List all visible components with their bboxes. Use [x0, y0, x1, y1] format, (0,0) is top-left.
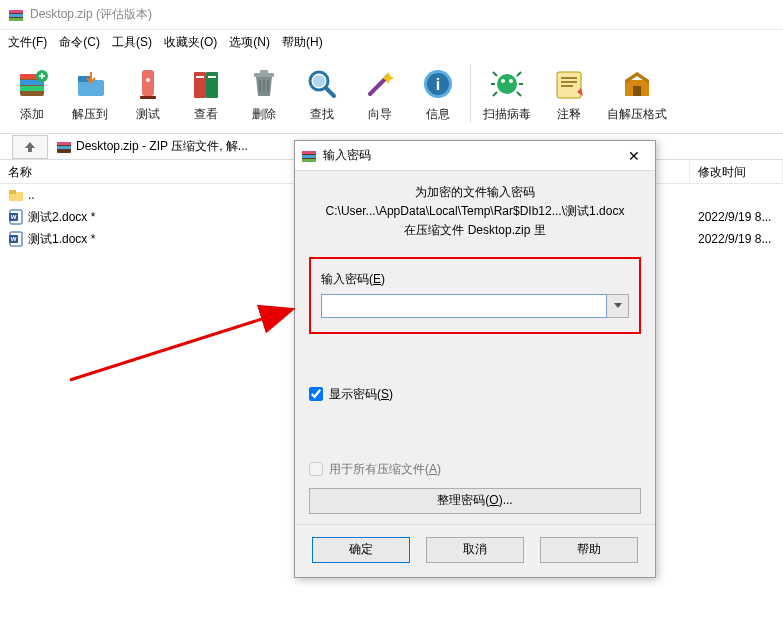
svg-rect-11	[142, 70, 154, 96]
archive-icon	[56, 139, 72, 155]
file-name: ..	[28, 188, 35, 202]
dialog-title: 输入密码	[323, 147, 613, 164]
winrar-icon	[8, 7, 24, 23]
tool-virus[interactable]: 扫描病毒	[475, 60, 539, 127]
toolbar: 添加 解压到 测试 查看 删除 查找 向导 i 信息 扫描病毒 注释 自解压格式	[0, 54, 783, 134]
svg-rect-17	[208, 76, 216, 78]
delete-icon	[244, 64, 284, 104]
file-name: 测试2.docx *	[28, 209, 95, 226]
svg-point-26	[501, 79, 505, 83]
comment-icon	[549, 64, 589, 104]
view-icon	[186, 64, 226, 104]
svg-rect-7	[20, 86, 44, 91]
svg-point-27	[509, 79, 513, 83]
tool-info[interactable]: i 信息	[410, 60, 466, 127]
tool-delete[interactable]: 删除	[236, 60, 292, 127]
svg-rect-34	[9, 190, 16, 194]
menu-options[interactable]: 选项(N)	[229, 34, 270, 51]
svg-point-21	[313, 75, 325, 87]
show-password-checkbox[interactable]: 显示密码(S)	[309, 386, 641, 403]
close-button[interactable]: ✕	[613, 142, 655, 170]
help-button[interactable]: 帮助	[540, 537, 638, 563]
file-date: 2022/9/19 8...	[690, 210, 783, 224]
svg-rect-32	[57, 146, 71, 149]
ok-button[interactable]: 确定	[312, 537, 410, 563]
titlebar: Desktop.zip (评估版本)	[0, 0, 783, 30]
svg-rect-15	[206, 72, 218, 98]
svg-rect-42	[302, 151, 316, 154]
svg-text:i: i	[436, 76, 440, 93]
address-path[interactable]: Desktop.zip - ZIP 压缩文件, 解...	[76, 138, 248, 155]
tool-comment[interactable]: 注释	[541, 60, 597, 127]
svg-rect-12	[140, 96, 156, 99]
wizard-icon	[360, 64, 400, 104]
svg-text:W: W	[11, 214, 17, 220]
svg-rect-43	[302, 155, 316, 158]
test-icon	[128, 64, 168, 104]
docx-icon: W	[8, 231, 24, 247]
svg-text:W: W	[11, 236, 17, 242]
svg-rect-31	[57, 142, 71, 145]
tool-view[interactable]: 查看	[178, 60, 234, 127]
tool-find[interactable]: 查找	[294, 60, 350, 127]
folder-icon	[8, 187, 24, 203]
file-name: 测试1.docx *	[28, 231, 95, 248]
svg-rect-3	[9, 18, 23, 21]
password-dropdown[interactable]	[607, 294, 629, 318]
all-archives-checkbox[interactable]: 用于所有压缩文件(A)	[309, 461, 641, 478]
toolbar-separator	[470, 64, 471, 123]
svg-rect-19	[260, 70, 268, 74]
dialog-footer: 确定 取消 帮助	[295, 524, 655, 577]
info-icon: i	[418, 64, 458, 104]
password-highlight-box: 输入密码(E)	[309, 257, 641, 334]
menu-help[interactable]: 帮助(H)	[282, 34, 323, 51]
cancel-button[interactable]: 取消	[426, 537, 524, 563]
all-archives-input	[309, 462, 323, 476]
show-password-input[interactable]	[309, 387, 323, 401]
window-title: Desktop.zip (评估版本)	[30, 6, 152, 23]
menubar: 文件(F) 命令(C) 工具(S) 收藏夹(O) 选项(N) 帮助(H)	[0, 30, 783, 54]
docx-icon: W	[8, 209, 24, 225]
tool-sfx[interactable]: 自解压格式	[599, 60, 675, 127]
organize-passwords-button[interactable]: 整理密码(O)...	[309, 488, 641, 514]
file-date: 2022/9/19 8...	[690, 232, 783, 246]
svg-rect-14	[194, 72, 206, 98]
menu-favorites[interactable]: 收藏夹(O)	[164, 34, 217, 51]
password-label: 输入密码(E)	[321, 271, 629, 288]
svg-rect-2	[9, 14, 23, 17]
tool-add[interactable]: 添加	[4, 60, 60, 127]
password-dialog: 输入密码 ✕ 为加密的文件输入密码 C:\User...\AppData\Loc…	[294, 140, 656, 578]
password-input[interactable]	[321, 294, 607, 318]
tool-wizard[interactable]: 向导	[352, 60, 408, 127]
col-date[interactable]: 修改时间	[690, 160, 783, 183]
svg-point-13	[146, 78, 150, 82]
dialog-titlebar: 输入密码 ✕	[295, 141, 655, 171]
sfx-icon	[617, 64, 657, 104]
find-icon	[302, 64, 342, 104]
tool-extract[interactable]: 解压到	[62, 60, 118, 127]
svg-rect-28	[557, 72, 581, 98]
svg-line-45	[70, 310, 290, 380]
svg-rect-1	[9, 10, 23, 13]
menu-command[interactable]: 命令(C)	[59, 34, 100, 51]
winrar-icon	[301, 148, 317, 164]
svg-rect-16	[196, 76, 204, 78]
virus-icon	[487, 64, 527, 104]
tool-test[interactable]: 测试	[120, 60, 176, 127]
up-button[interactable]	[12, 135, 48, 159]
dialog-header-text: 为加密的文件输入密码 C:\User...\AppData\Local\Temp…	[309, 183, 641, 241]
add-icon	[12, 64, 52, 104]
menu-tools[interactable]: 工具(S)	[112, 34, 152, 51]
svg-point-25	[497, 74, 517, 94]
svg-rect-29	[633, 86, 641, 96]
svg-rect-44	[302, 159, 316, 162]
menu-file[interactable]: 文件(F)	[8, 34, 47, 51]
extract-icon	[70, 64, 110, 104]
